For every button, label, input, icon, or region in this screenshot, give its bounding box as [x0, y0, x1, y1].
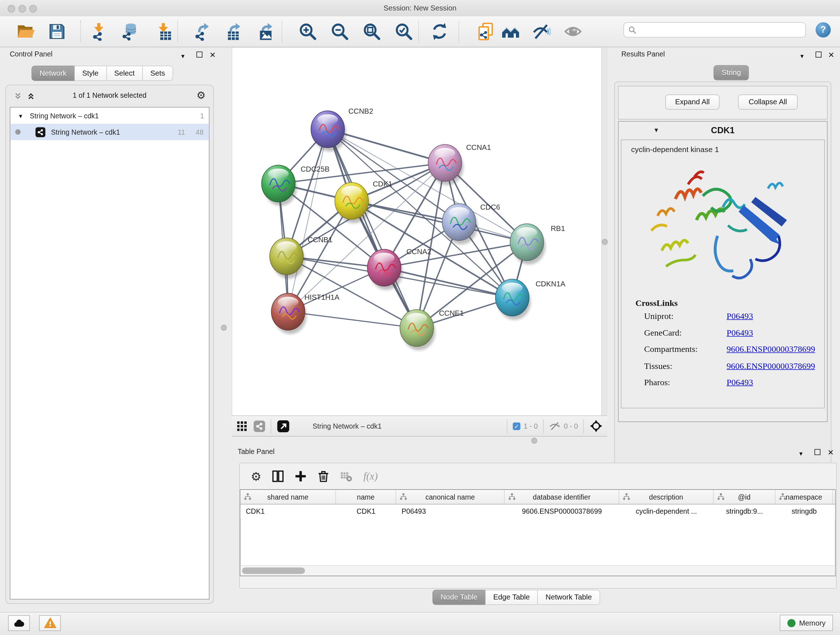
expand-all-button[interactable]: Expand All [665, 95, 720, 110]
warning-button[interactable] [39, 616, 61, 631]
gene-section-header[interactable]: ▼ CDK1 [619, 122, 827, 139]
tab-sets[interactable]: Sets [142, 66, 173, 81]
import-table-icon[interactable] [154, 22, 172, 41]
network-node-CDKN1A[interactable]: CDKN1A [496, 279, 566, 320]
memory-button[interactable]: Memory [780, 615, 833, 631]
network-node-CCNB2[interactable]: CCNB2 [311, 107, 373, 152]
column-header-canonical-name[interactable]: canonical name [396, 490, 505, 504]
panel-float-icon[interactable]: ▾ [181, 52, 185, 60]
crosslink-value-link[interactable]: 9606.ENSP00000378699 [727, 358, 815, 374]
close-window-icon[interactable] [8, 5, 15, 13]
network-row[interactable]: String Network – cdk1 11 48 [11, 124, 209, 140]
open-session-icon[interactable] [16, 22, 35, 41]
bottom-splitter-handle[interactable] [531, 438, 538, 444]
selected-nodes-checkbox-icon[interactable]: ✓ [513, 422, 520, 430]
crosslink-value-link[interactable]: P06493 [727, 374, 753, 391]
table-cell[interactable]: stringdb [775, 505, 833, 519]
panel-maximize-icon[interactable] [815, 448, 821, 457]
table-horizontal-scrollbar[interactable] [240, 565, 835, 576]
tab-string[interactable]: String [714, 65, 749, 80]
network-node-CCNB1[interactable]: CCNB1 [270, 236, 333, 279]
crosslink-value-link[interactable]: 9606.ENSP00000378699 [727, 341, 815, 358]
column-header--id[interactable]: @id [714, 490, 775, 504]
left-splitter-handle[interactable] [221, 325, 227, 331]
save-session-icon[interactable] [48, 22, 66, 41]
network-node-CDC25B[interactable]: CDC25B [262, 165, 330, 206]
tab-style[interactable]: Style [74, 66, 107, 81]
network-share-icon-gray[interactable] [254, 420, 265, 432]
panel-close-icon[interactable]: ✕ [210, 51, 216, 59]
string-network-graph[interactable]: CCNB2CCNA1CDC25BCDK1CDC6RB1CCNB1CCNA2CDK… [232, 48, 602, 416]
crosslink-value-link[interactable]: P06493 [727, 325, 753, 341]
panel-float-icon[interactable]: ▾ [801, 52, 804, 60]
search-input[interactable] [640, 25, 806, 35]
open-in-window-icon[interactable] [277, 420, 290, 432]
table-cell[interactable]: stringdb:9... [714, 505, 775, 519]
table-row[interactable]: CDK1CDK1P064939606.ENSP00000378699cyclin… [240, 505, 835, 519]
column-header-database-identifier[interactable]: database identifier [505, 490, 619, 504]
navigator-crosshair-icon[interactable] [589, 419, 603, 433]
show-columns-icon[interactable] [271, 470, 284, 483]
network-node-HIST1H1A[interactable]: HIST1H1A [271, 293, 340, 334]
search-field[interactable] [624, 22, 806, 38]
crosslink-value-link[interactable]: P06493 [727, 308, 753, 325]
cloud-button[interactable] [8, 616, 30, 631]
birds-eye-grid-icon[interactable] [237, 421, 247, 431]
network-options-gear-icon[interactable]: ⚙ [196, 90, 206, 101]
column-header-name[interactable]: name [336, 490, 396, 504]
tab-node-table[interactable]: Node Table [433, 590, 486, 605]
table-cell[interactable]: P06493 [396, 505, 505, 519]
column-header-label: database identifier [533, 493, 591, 501]
import-database-icon[interactable] [120, 22, 139, 41]
zoom-out-icon[interactable] [331, 22, 349, 41]
network-view-canvas[interactable]: CCNB2CCNA1CDC25BCDK1CDC6RB1CCNB1CCNA2CDK… [232, 48, 602, 416]
network-collection-row[interactable]: ▼ String Network – cdk1 1 [11, 108, 209, 124]
network-node-CDC6[interactable]: CDC6 [442, 203, 500, 244]
table-cell[interactable]: cyclin-dependent ... [619, 505, 714, 519]
panel-close-icon[interactable]: ✕ [828, 448, 834, 457]
network-node-CDK1[interactable]: CDK1 [335, 180, 393, 223]
apply-layout-refresh-icon[interactable] [431, 22, 449, 41]
delete-column-trash-icon[interactable] [317, 470, 330, 483]
table-cell[interactable]: CDK1 [240, 505, 336, 519]
cloud-icon [13, 617, 25, 629]
zoom-selected-icon[interactable] [395, 22, 413, 41]
panel-float-icon[interactable]: ▾ [799, 449, 803, 458]
table-cell[interactable]: CDK1 [336, 505, 396, 519]
create-column-plus-icon[interactable] [294, 470, 307, 483]
tree-expander-icon[interactable]: ▼ [18, 112, 24, 119]
tab-network-table[interactable]: Network Table [538, 590, 600, 605]
column-header-namespace[interactable]: namespace [775, 490, 833, 504]
network-node-CCNA1[interactable]: CCNA1 [428, 143, 491, 185]
network-node-CCNE1[interactable]: CCNE1 [400, 309, 464, 350]
tab-network[interactable]: Network [32, 66, 74, 81]
table-cell[interactable]: 9606.ENSP00000378699 [505, 505, 619, 519]
tab-edge-table[interactable]: Edge Table [485, 590, 538, 605]
houses-icon[interactable] [501, 22, 520, 41]
zoom-window-icon[interactable] [29, 5, 37, 13]
network-node-RB1[interactable]: RB1 [510, 224, 565, 264]
column-header-shared-name[interactable]: shared name [240, 490, 336, 504]
column-header-description[interactable]: description [619, 490, 714, 504]
network-node-CCNA2[interactable]: CCNA2 [368, 248, 431, 290]
scrollbar-thumb[interactable] [242, 568, 305, 574]
tab-select[interactable]: Select [106, 66, 142, 81]
import-network-icon[interactable] [90, 22, 108, 41]
network-right-splitter[interactable] [601, 48, 608, 416]
hide-graphics-eye-slash-icon[interactable] [532, 22, 551, 41]
zoom-fit-icon[interactable] [363, 22, 381, 41]
right-splitter-handle[interactable] [602, 239, 608, 245]
export-network-icon[interactable] [193, 22, 211, 41]
panel-maximize-icon[interactable] [816, 51, 822, 60]
minimize-window-icon[interactable] [19, 5, 26, 13]
table-options-gear-icon[interactable]: ⚙ [251, 471, 262, 481]
export-image-icon[interactable] [256, 22, 275, 41]
help-icon[interactable]: ? [816, 22, 831, 38]
panel-close-icon[interactable]: ✕ [828, 51, 835, 59]
export-table-icon[interactable] [224, 22, 243, 41]
panel-maximize-icon[interactable] [196, 51, 202, 60]
collapse-all-button[interactable]: Collapse All [738, 95, 798, 110]
copy-pages-icon[interactable] [477, 22, 495, 41]
hidden-items-eye-slash-icon[interactable] [549, 420, 561, 432]
zoom-in-icon[interactable] [298, 22, 317, 41]
